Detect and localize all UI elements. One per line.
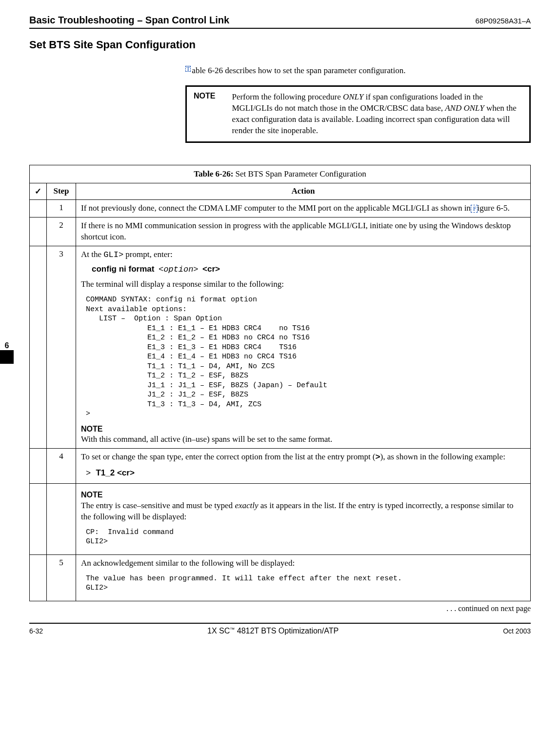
check-cell[interactable] (30, 554, 47, 601)
command-line: config ni format <option> <cr> (92, 264, 525, 276)
action-cell: NOTE The entry is case–sensitive and mus… (76, 484, 531, 554)
table-ref-link[interactable]: T (185, 66, 191, 72)
step-cell (47, 484, 76, 554)
page-header: Basic Troubleshooting – Span Control Lin… (29, 15, 531, 29)
header-title: Basic Troubleshooting – Span Control Lin… (29, 15, 229, 26)
page-footer: 6-32 1X SC™ 4812T BTS Optimization/ATP O… (29, 623, 531, 635)
table-caption-row: Table 6-26: Set BTS Span Parameter Confi… (30, 165, 531, 183)
chapter-number: 6 (0, 341, 14, 350)
footer-doc-title: 1X SC™ 4812T BTS Optimization/ATP (207, 627, 339, 635)
check-cell[interactable] (30, 246, 47, 449)
section-title: Set BTS Site Span Configuration (29, 39, 531, 51)
terminal-output: CP: Invalid command GLI2> (86, 528, 525, 547)
action-cell: If there is no MMI communication session… (76, 217, 531, 246)
footer-date: Oct 2003 (503, 627, 531, 635)
figure-ref-link[interactable]: F (471, 205, 478, 213)
table-row: 5 An acknowledgement similar to the foll… (30, 554, 531, 601)
action-cell: At the GLI> prompt, enter: config ni for… (76, 246, 531, 449)
footer-page-number: 6-32 (29, 627, 43, 635)
step-cell: 3 (47, 246, 76, 449)
example-line: > T1_2 <cr> (86, 468, 525, 479)
action-cell: To set or change the span type, enter th… (76, 449, 531, 484)
col-check: ✓ (30, 183, 47, 199)
header-docnum: 68P09258A31–A (476, 17, 531, 25)
step-cell: 1 (47, 199, 76, 217)
table-row: 1 If not previously done, connect the CD… (30, 199, 531, 217)
note-body: Perform the following procedure ONLY if … (232, 92, 522, 137)
terminal-output: The value has been programmed. It will t… (86, 574, 525, 593)
step-cell: 2 (47, 217, 76, 246)
check-cell[interactable] (30, 199, 47, 217)
action-cell: An acknowledgement similar to the follow… (76, 554, 531, 601)
chapter-tab: 6 (0, 341, 14, 364)
check-cell (30, 484, 47, 554)
check-cell[interactable] (30, 449, 47, 484)
procedure-table: Table 6-26: Set BTS Span Parameter Confi… (29, 165, 531, 601)
step-cell: 4 (47, 449, 76, 484)
inline-note-label: NOTE (81, 424, 525, 435)
table-header-row: ✓ Step Action (30, 183, 531, 199)
chapter-tab-marker (0, 350, 14, 364)
action-cell: If not previously done, connect the CDMA… (76, 199, 531, 217)
note-label: NOTE (194, 92, 215, 100)
table-row: 4 To set or change the span type, enter … (30, 449, 531, 484)
note-box: NOTE Perform the following procedure ONL… (185, 85, 531, 143)
col-step: Step (47, 183, 76, 199)
check-cell[interactable] (30, 217, 47, 246)
table-row: NOTE The entry is case–sensitive and mus… (30, 484, 531, 554)
continued-text: . . . continued on next page (29, 604, 531, 613)
table-row: 3 At the GLI> prompt, enter: config ni f… (30, 246, 531, 449)
table-caption: Table 6-26: Set BTS Span Parameter Confi… (30, 165, 531, 183)
intro-text-body: able 6-26 describes how to set the span … (192, 66, 405, 75)
intro-text: Table 6-26 describes how to set the span… (185, 66, 531, 76)
table-row: 2 If there is no MMI communication sessi… (30, 217, 531, 246)
inline-note-label: NOTE (81, 490, 525, 500)
col-action: Action (76, 183, 531, 199)
step-cell: 5 (47, 554, 76, 601)
terminal-output: COMMAND SYNTAX: config ni format option … (86, 295, 525, 419)
